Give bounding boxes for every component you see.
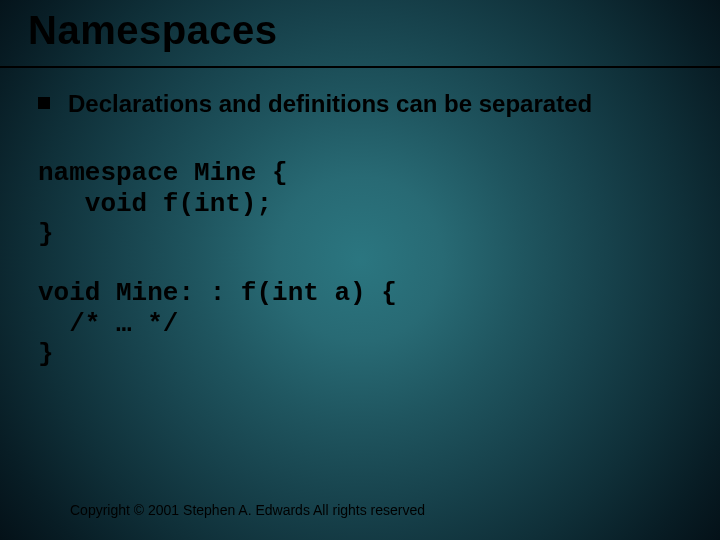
code-block-declaration: namespace Mine { void f(int); } bbox=[38, 158, 288, 250]
slide: Namespaces Declarations and definitions … bbox=[0, 0, 720, 540]
title-underline bbox=[0, 66, 720, 68]
bullet-text: Declarations and definitions can be sepa… bbox=[68, 90, 592, 118]
code-block-definition: void Mine: : f(int a) { /* … */ } bbox=[38, 278, 397, 370]
bullet-square-icon bbox=[38, 97, 50, 109]
bullet-item: Declarations and definitions can be sepa… bbox=[38, 90, 592, 118]
slide-title: Namespaces bbox=[28, 8, 278, 53]
copyright-footer: Copyright © 2001 Stephen A. Edwards All … bbox=[70, 502, 425, 518]
